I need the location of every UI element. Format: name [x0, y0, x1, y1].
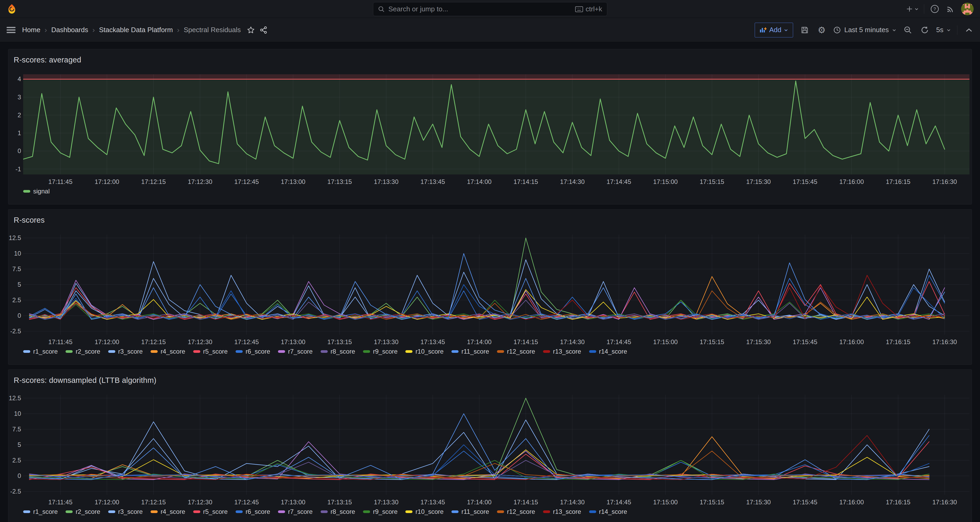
legend-item-r1_score[interactable]: r1_score	[23, 508, 58, 516]
legend-swatch	[497, 511, 504, 513]
legend-label: r12_score	[507, 348, 535, 355]
y-tick-label: 2.5	[8, 457, 21, 464]
x-tick-label: 17:15:00	[653, 178, 678, 185]
legend-label: r11_score	[461, 508, 489, 516]
x-tick-label: 17:14:30	[560, 338, 585, 346]
legend-item-r13_score[interactable]: r13_score	[543, 508, 581, 516]
x-tick-label: 17:12:45	[234, 498, 259, 506]
y-tick-label: 1	[8, 129, 21, 137]
breadcrumb-dashboards[interactable]: Dashboards	[51, 26, 88, 34]
breadcrumb-home[interactable]: Home	[22, 26, 40, 34]
legend-item-r8_score[interactable]: r8_score	[321, 348, 355, 355]
legend-swatch	[363, 511, 370, 513]
legend-item-r11_score[interactable]: r11_score	[452, 508, 489, 516]
legend-item-r7_score[interactable]: r7_score	[278, 348, 312, 355]
x-tick-label: 17:15:45	[793, 498, 817, 506]
legend-item-signal[interactable]: signal	[23, 188, 50, 195]
help-icon[interactable]: ?	[929, 3, 940, 15]
menu-icon[interactable]	[6, 24, 16, 36]
legend-swatch	[151, 511, 158, 513]
legend-item-r5_score[interactable]: r5_score	[193, 508, 228, 516]
grafana-logo-icon[interactable]	[6, 3, 18, 14]
legend-swatch	[193, 350, 200, 353]
y-tick-label: 2.5	[8, 297, 21, 304]
x-tick-label: 17:13:45	[420, 498, 445, 506]
keyboard-icon	[575, 6, 583, 12]
legend-item-r9_score[interactable]: r9_score	[363, 348, 398, 355]
breadcrumb-separator: ›	[177, 26, 180, 34]
legend-item-r10_score[interactable]: r10_score	[406, 348, 444, 355]
x-tick-label: 17:16:30	[932, 338, 957, 346]
add-panel-button[interactable]: Add	[755, 23, 793, 37]
legend-item-r4_score[interactable]: r4_score	[151, 348, 185, 355]
legend-swatch	[23, 511, 30, 513]
time-range-picker[interactable]: Last 5 minutes	[833, 26, 896, 34]
legend-item-r3_score[interactable]: r3_score	[108, 508, 143, 516]
x-tick-label: 17:16:15	[886, 178, 910, 185]
legend-item-r2_score[interactable]: r2_score	[65, 508, 100, 516]
time-series-plot[interactable]: 12.5107.552.50-2.5	[23, 395, 969, 495]
legend: r1_scorer2_scorer3_scorer4_scorer5_score…	[23, 508, 966, 516]
legend-item-r14_score[interactable]: r14_score	[589, 348, 627, 355]
panel-title[interactable]: R-scores: downsampled (LTTB algorithm)	[14, 376, 972, 385]
save-dashboard-icon[interactable]	[799, 24, 810, 36]
svg-text:?: ?	[934, 6, 936, 11]
chevron-down-icon	[892, 29, 896, 32]
x-tick-label: 17:13:15	[328, 338, 352, 346]
legend-item-r6_score[interactable]: r6_score	[235, 508, 270, 516]
legend-item-r9_score[interactable]: r9_score	[363, 508, 398, 516]
legend-item-r3_score[interactable]: r3_score	[108, 348, 143, 355]
x-tick-label: 17:11:45	[48, 338, 73, 346]
x-tick-label: 17:12:30	[188, 338, 212, 346]
search-input[interactable]: Search or jump to... ctrl+k	[373, 2, 607, 16]
x-tick-label: 17:13:15	[328, 178, 352, 185]
x-tick-label: 17:12:00	[95, 178, 119, 185]
y-tick-label: -2.5	[8, 327, 21, 335]
zoom-out-icon[interactable]	[903, 24, 913, 36]
breadcrumb-folder[interactable]: Stackable Data Platform	[99, 26, 173, 34]
legend-item-r11_score[interactable]: r11_score	[452, 348, 489, 355]
panel-title[interactable]: R-scores	[14, 216, 972, 225]
legend-swatch	[452, 350, 458, 353]
x-tick-label: 17:13:15	[328, 498, 352, 506]
legend-item-r14_score[interactable]: r14_score	[589, 508, 627, 516]
x-tick-label: 17:13:00	[281, 338, 305, 346]
legend-swatch	[193, 511, 200, 513]
x-tick-label: 17:11:45	[48, 178, 73, 185]
legend-item-r5_score[interactable]: r5_score	[193, 348, 228, 355]
legend-swatch	[278, 350, 285, 353]
legend-item-r8_score[interactable]: r8_score	[321, 508, 355, 516]
user-avatar[interactable]	[961, 3, 974, 15]
legend-item-r6_score[interactable]: r6_score	[235, 348, 270, 355]
x-tick-label: 17:13:45	[420, 338, 445, 346]
legend-item-r12_score[interactable]: r12_score	[497, 508, 535, 516]
y-tick-label: 5	[8, 281, 21, 288]
legend-label: r11_score	[461, 348, 489, 355]
legend-item-r4_score[interactable]: r4_score	[151, 508, 185, 516]
new-menu-button[interactable]	[906, 3, 919, 15]
time-series-plot[interactable]: 43210-1	[23, 74, 969, 174]
refresh-interval-picker[interactable]: 5s	[936, 26, 951, 34]
star-icon[interactable]	[246, 24, 256, 36]
legend-item-r13_score[interactable]: r13_score	[543, 348, 581, 355]
legend-item-r10_score[interactable]: r10_score	[406, 508, 444, 516]
legend-item-r12_score[interactable]: r12_score	[497, 348, 535, 355]
breadcrumb: Home › Dashboards › Stackable Data Platf…	[22, 26, 241, 34]
dashboard-settings-icon[interactable]: ⚙	[816, 24, 827, 36]
time-series-plot[interactable]: 12.5107.552.50-2.5	[23, 235, 969, 335]
legend-item-r7_score[interactable]: r7_score	[278, 508, 312, 516]
share-icon[interactable]	[258, 24, 269, 36]
panel-title[interactable]: R-scores: averaged	[14, 56, 972, 64]
x-tick-label: 17:14:15	[514, 178, 538, 185]
legend-label: r7_score	[288, 348, 312, 355]
x-tick-label: 17:12:15	[141, 178, 165, 185]
x-tick-label: 17:13:00	[281, 498, 305, 506]
panel-r-scores-averaged: R-scores: averaged 43210-1 17:11:4517:12…	[8, 49, 972, 204]
caret-up-icon[interactable]	[964, 24, 974, 36]
refresh-icon[interactable]	[920, 24, 930, 36]
news-feed-icon[interactable]	[945, 3, 956, 15]
breadcrumb-current-dashboard: Spectral Residuals	[184, 26, 241, 34]
x-axis: 17:11:4517:12:0017:12:1517:12:3017:12:45…	[23, 176, 969, 186]
legend-item-r2_score[interactable]: r2_score	[65, 348, 100, 355]
legend-item-r1_score[interactable]: r1_score	[23, 348, 58, 355]
